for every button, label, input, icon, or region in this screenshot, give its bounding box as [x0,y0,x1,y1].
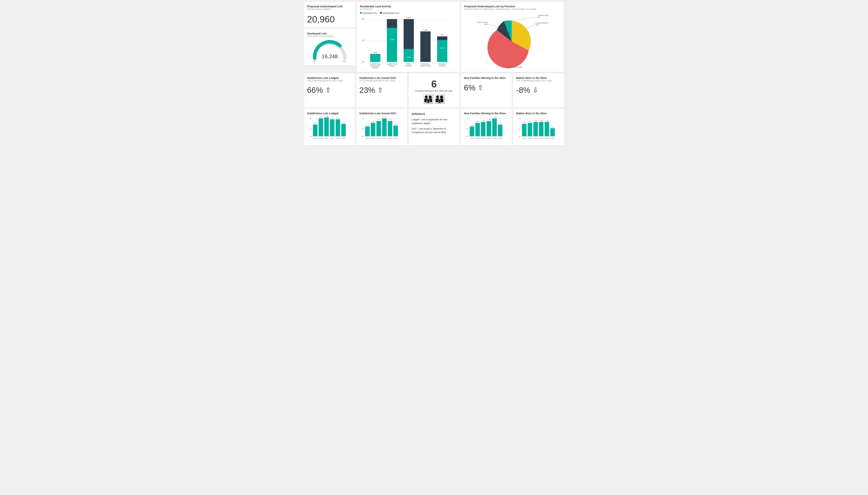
subdivision-soc-mid-title: Subdivision Lots Issued SOC [359,76,404,80]
svg-text:Precinct: Precinct [389,65,395,67]
svg-text:Officer: Officer [406,63,411,65]
legend-undeveloped-label: Undeveloped Lots [383,12,399,14]
svg-text:17/18: 17/18 [388,137,392,139]
babies-born-mid-subtitle: YTD COMPARISON WITH LAST YEAR [516,80,561,82]
svg-text:Employment: Employment [371,65,380,67]
svg-text:3,000: 3,000 [406,56,411,58]
svg-text:7,989: 7,989 [390,38,394,40]
svg-text:2.9K: 2.9K [325,115,328,117]
definitions-title: Definitions [412,112,457,116]
svg-text:15%: 15% [535,24,539,26]
legend-undeveloped-dot [380,12,382,14]
subdivision-lodged-chart-title: Subdivision Lots Lodged [307,112,352,115]
svg-text:Precinct: Precinct [406,65,412,67]
svg-rect-70 [376,121,381,136]
svg-text:1K: 1K [362,128,364,130]
svg-text:14/15: 14/15 [476,137,480,139]
svg-text:1.9K: 1.9K [330,117,334,119]
svg-rect-42 [313,125,317,136]
pie-svg: Pakenham East Precinct 34% Officer Preci… [477,12,548,69]
svg-text:1K: 1K [466,128,469,130]
svg-text:2K: 2K [518,118,521,119]
svg-text:2K: 2K [362,118,364,119]
svg-text:13/14: 13/14 [523,137,526,139]
svg-text:1.7K: 1.7K [389,119,392,121]
gauge-container: 16,248 0K 37K [307,39,353,62]
svg-rect-46 [324,118,329,136]
svg-text:1.5K: 1.5K [476,121,479,123]
svg-text:17/18: 17/18 [545,137,549,139]
svg-text:13/14: 13/14 [365,137,370,139]
subdivision-lodged-mid-title: Subdivision Lots Lodged [307,76,352,80]
svg-rect-116 [528,123,532,136]
subdivision-soc-mid-subtitle: YTD COMPARISON WITH LAST YEAR [359,80,404,82]
svg-text:1.7K: 1.7K [488,119,491,121]
land-activity-subtitle: BY PRECINCT [360,8,457,10]
bar-3-undv [404,19,414,49]
new-families-arrow-up: ⇧ [478,84,483,92]
bar-3-dev [404,49,414,62]
svg-text:862: 862 [441,34,444,36]
developed-lots-card: Developed Lots LOTS WITH TITLES ISSUED 1… [304,29,356,65]
new-families-mid-value-container: 6% ⇧ [464,83,509,92]
new-families-chart-title: New Families Moving to the Shire [464,112,509,115]
subdivision-lodged-mid-value-container: 66% ⇧ [307,86,352,95]
svg-line-30 [525,24,535,29]
bar-5-undv [437,36,447,40]
svg-text:East Precinct: East Precinct [421,65,430,67]
bar-1-dev [370,54,380,62]
bar-5-dev [437,40,447,62]
svg-text:13/14: 13/14 [470,137,474,139]
babies-born-mid-card: Babies Born in the Shire YTD COMPARISON … [513,73,564,107]
svg-text:1,849: 1,849 [373,51,378,53]
svg-text:2K: 2K [309,118,311,119]
svg-rect-118 [533,122,538,136]
definitions-card: Definitions Lodged - Lots in application… [409,109,460,145]
legend-developed-label: Developed Lots [362,12,377,14]
svg-text:15/16: 15/16 [481,137,485,139]
svg-text:1.7K: 1.7K [377,119,380,121]
svg-rect-92 [475,123,480,136]
definitions-lodged: Lodged - Lots in application for new sub… [412,118,457,125]
svg-text:2.1K: 2.1K [493,116,496,118]
svg-text:1.5K: 1.5K [372,121,375,123]
svg-text:0K: 0K [518,135,521,137]
families-card: 6 Families Moving to the Shire per Day 👨… [409,73,460,107]
svg-rect-72 [382,118,387,136]
undeveloped-lots-subtitle: FUTURE DEVELOPMENT [307,8,353,10]
svg-text:1K: 1K [518,128,521,130]
svg-text:3,182: 3,182 [390,25,394,27]
svg-text:1.3K: 1.3K [499,123,502,124]
babies-born-chart-svg: 2K 1K 0K 1.4K 1.5K 1.6K 1.6K [516,115,561,141]
subdivision-lodged-chart-card: Subdivision Lots Lodged 2K 1K 0K 1.3K 2.… [304,109,355,145]
families-number: 6 [412,78,457,90]
babies-born-chart-card: Babies Born in the Shire 2K 1K 0K 1.4K 1… [513,109,564,145]
land-activity-title: Residential Land Activity [360,5,457,8]
subdivision-soc-chart-title: Subdivision Lots Issued SOC [359,112,404,115]
svg-text:Officer Precinct 38%: Officer Precinct 38% [507,66,522,68]
svg-text:Cardinia Road Employment Preci: Cardinia Road Employment Precinct [538,15,548,16]
babies-born-arrow-down: ⇩ [532,86,538,94]
svg-text:1.2K: 1.2K [394,123,397,125]
svg-text:Pakenham: Pakenham [438,63,446,65]
developed-lots-value: 16,248 [322,53,338,59]
subdivision-soc-mid-value-container: 23% ⇧ [359,86,404,95]
svg-text:16/17: 16/17 [487,137,491,139]
svg-text:1.1K: 1.1K [471,124,474,126]
subdivision-lodged-mid-card: Subdivision Lots Lodged YTD COMPARISON W… [304,73,355,107]
land-activity-card: Residential Land Activity BY PRECINCT De… [357,2,460,72]
svg-text:14/15: 14/15 [371,137,375,139]
svg-text:10K: 10K [361,18,365,20]
svg-text:2.1K: 2.1K [319,116,322,118]
subdivision-soc-chart-svg: 2K 1K 0K 1.1K 1.5K 1.7K 2.1K [359,115,404,141]
svg-text:1.3K: 1.3K [313,123,317,124]
pie-chart-subtitle: DISTRIBUTION OF PROPOSED UNDEVELOPED LOT… [464,8,561,10]
new-families-chart-svg: 2K 1K 0K 1.1K 1.5K 1.6K 1.7K [464,115,509,141]
svg-text:0.9K: 0.9K [551,126,554,128]
svg-text:Cardinia Road Precinct: Cardinia Road Precinct [535,22,548,24]
bar-2-dev [387,28,397,62]
svg-text:1.4K: 1.4K [342,122,345,123]
undeveloped-lots-value: 20,960 [307,14,353,24]
svg-text:15/16: 15/16 [377,137,381,139]
new-families-mid-card: New Families Moving to the Shire 6% ⇧ [461,73,512,107]
